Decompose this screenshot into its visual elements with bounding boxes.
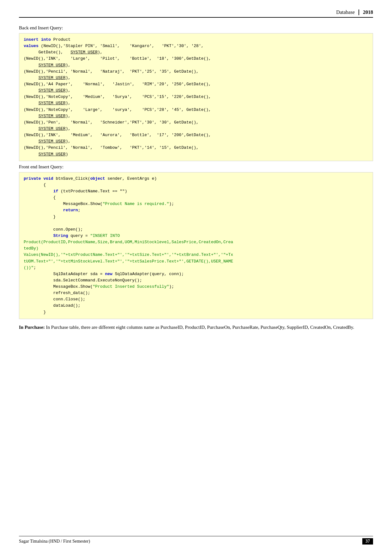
backend-label: Back end Insert Query: (19, 25, 373, 31)
frontend-code-block: private void btnSave_Click(object sender… (19, 172, 373, 319)
paragraph-text: In Purchase table, there are different e… (45, 325, 354, 330)
backend-code-block: insert into Product values (NewID(),'Sta… (19, 33, 373, 161)
paragraph-intro: In Purchase: (19, 325, 45, 330)
header-right: Database 2018 (336, 9, 373, 15)
header-year: 2018 (359, 9, 373, 15)
paragraph: In Purchase: In Purchase table, there ar… (19, 323, 373, 331)
page-footer: Sagar Timalsina (HND / First Semester) 3… (19, 536, 373, 545)
page-container: Database 2018 Back end Insert Query: ins… (0, 0, 392, 554)
page-header: Database 2018 (19, 9, 373, 18)
frontend-section: Front end Insert Query: private void btn… (19, 164, 373, 319)
header-database-label: Database (336, 9, 359, 15)
footer-page: 37 (362, 538, 373, 545)
backend-section: Back end Insert Query: insert into Produ… (19, 25, 373, 161)
footer-author: Sagar Timalsina (HND / First Semester) (19, 539, 90, 544)
frontend-label: Front end Insert Query: (19, 164, 373, 170)
